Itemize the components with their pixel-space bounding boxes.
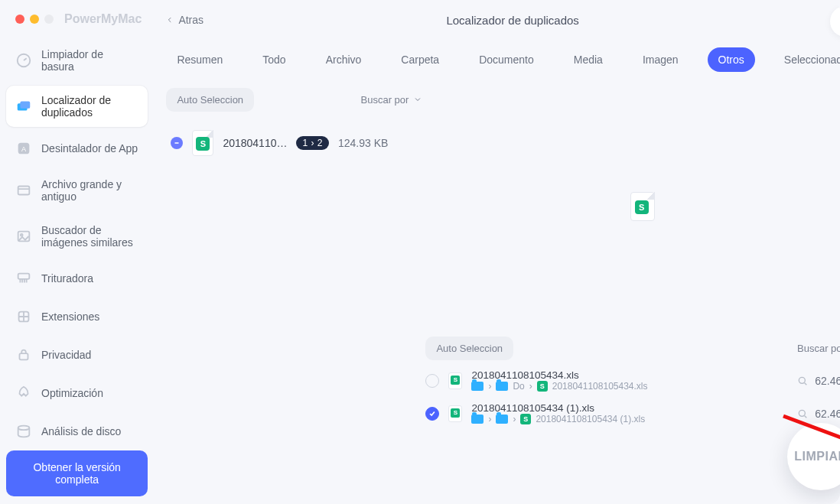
group-row[interactable]: S 201804110… 1 › 2 124.93 KB <box>166 116 422 170</box>
sidebar-item-app-uninstaller[interactable]: A Desintalador de App <box>6 132 148 165</box>
archive-icon <box>15 182 32 199</box>
sidebar-nav: Limpiador de basura Localizador de dupli… <box>6 40 148 448</box>
sidebar-item-label: Extensiones <box>41 311 99 323</box>
topbar: Atras Localizador de duplicados ? <box>152 0 840 40</box>
xls-icon: S <box>520 414 531 424</box>
row-text: 2018041108105434 (1).xls › › S 201804110… <box>471 402 645 424</box>
svg-rect-10 <box>20 353 28 359</box>
tab-resumen[interactable]: Resumen <box>166 47 233 72</box>
svg-point-7 <box>21 234 23 236</box>
sidebar-item-extensions[interactable]: Extensiones <box>6 300 148 333</box>
image-icon <box>15 228 32 245</box>
tab-otros[interactable]: Otros <box>708 47 755 72</box>
file-size: 62.46 KB <box>815 408 840 420</box>
sidebar-item-label: Análisis de disco <box>41 425 121 437</box>
folder-icon <box>496 382 508 391</box>
sidebar-cta: Obtener la versión completa <box>6 450 148 496</box>
groups-toolbar: Auto Seleccion Buscar por <box>166 83 422 116</box>
sidebar-item-disk-analysis[interactable]: Análisis de disco <box>6 415 148 448</box>
titlebar: PowerMyMac <box>6 6 148 40</box>
minimize-icon[interactable] <box>30 15 39 24</box>
file-size: 62.46 KB <box>815 375 840 387</box>
svg-rect-8 <box>18 274 30 279</box>
svg-rect-5 <box>18 187 30 195</box>
chevron-down-icon <box>413 95 422 104</box>
folder-icon <box>471 415 483 424</box>
sort-by-label: Buscar por <box>361 94 409 106</box>
tab-archivo[interactable]: Archivo <box>315 47 373 72</box>
shredder-icon <box>15 270 32 287</box>
close-icon[interactable] <box>15 15 24 24</box>
zoom-icon[interactable] <box>44 15 54 24</box>
puzzle-icon <box>15 308 32 325</box>
sidebar: PowerMyMac Limpiador de basura Localizad… <box>0 0 152 504</box>
folder-stack-icon <box>15 98 32 115</box>
sidebar-item-optimization[interactable]: Optimización <box>6 376 148 410</box>
check-icon <box>428 410 436 418</box>
page-title: Localizador de duplicados <box>152 14 840 27</box>
help-button[interactable]: ? <box>830 6 840 37</box>
sidebar-item-large-old[interactable]: Archivo grande y antiguo <box>6 170 148 211</box>
back-button[interactable]: Atras <box>166 14 203 26</box>
disk-icon <box>15 423 32 440</box>
app-title: PowerMyMac <box>64 12 142 26</box>
count-badge: 1 › 2 <box>296 136 329 150</box>
partial-select-icon[interactable] <box>171 137 183 149</box>
sidebar-item-label: Limpiador de basura <box>41 48 138 73</box>
sidebar-item-duplicate-finder[interactable]: Localizador de duplicados <box>6 86 148 127</box>
search-icon[interactable] <box>796 375 809 387</box>
tab-todo[interactable]: Todo <box>252 47 296 72</box>
tab-imagen[interactable]: Imagen <box>632 47 689 72</box>
xls-icon: S <box>537 381 548 392</box>
sort-by-dropdown[interactable]: Buscar por <box>361 94 423 106</box>
row-checkbox[interactable] <box>425 374 439 388</box>
content: Auto Seleccion Buscar por S 201804110… 1… <box>152 83 840 504</box>
tab-media[interactable]: Media <box>563 47 614 72</box>
svg-rect-2 <box>20 102 30 109</box>
list-item[interactable]: S 2018041108105434.xls › Do › S 20180411… <box>425 369 840 392</box>
folder-icon <box>471 382 483 391</box>
row-text: 2018041108105434.xls › Do › S 2018041108… <box>471 369 647 392</box>
tab-carpeta[interactable]: Carpeta <box>390 47 450 72</box>
sidebar-item-label: Buscador de imágenes similares <box>41 224 138 249</box>
auto-select-button[interactable]: Auto Seleccion <box>425 337 513 360</box>
row-checkbox[interactable] <box>425 407 439 421</box>
details-toolbar: Auto Seleccion Buscar por <box>422 331 840 365</box>
gauge-icon <box>15 52 32 69</box>
sidebar-item-junk-cleaner[interactable]: Limpiador de basura <box>6 40 148 81</box>
groups-column: Auto Seleccion Buscar por S 201804110… 1… <box>158 83 422 498</box>
sort-by-label: Buscar por <box>797 343 840 354</box>
window-controls[interactable] <box>15 15 54 24</box>
sidebar-item-label: Privacidad <box>41 349 91 361</box>
list-item[interactable]: S 2018041108105434 (1).xls › › S 2018041… <box>425 402 840 424</box>
spreadsheet-file-icon: S <box>448 405 462 422</box>
group-size: 124.93 KB <box>338 137 388 149</box>
spreadsheet-file-icon: S <box>448 372 462 389</box>
sidebar-item-label: Trituradora <box>41 272 93 285</box>
main: Atras Localizador de duplicados ? Resume… <box>152 0 840 504</box>
spreadsheet-file-icon: S <box>630 192 655 221</box>
sidebar-item-label: Optimización <box>41 387 103 399</box>
tab-seleccionado[interactable]: Seleccionado <box>773 47 840 72</box>
folder-icon <box>496 415 508 424</box>
sort-by-dropdown[interactable]: Buscar por <box>797 343 840 354</box>
path-segment: 2018041108105434 (1).xls <box>536 414 645 424</box>
path-segment: Do <box>513 381 524 392</box>
filter-tabs: Resumen Todo Archivo Carpeta Documento M… <box>152 40 840 83</box>
search-icon[interactable] <box>796 408 809 420</box>
svg-point-12 <box>799 377 806 383</box>
sidebar-item-label: Desintalador de App <box>41 142 138 154</box>
back-label: Atras <box>178 14 203 26</box>
svg-point-11 <box>18 426 30 431</box>
chevron-left-icon <box>166 16 174 24</box>
sidebar-item-privacy[interactable]: Privacidad <box>6 338 148 372</box>
svg-point-13 <box>799 410 806 416</box>
auto-select-button[interactable]: Auto Seleccion <box>166 88 254 112</box>
file-path: › › S 2018041108105434 (1).xls <box>471 414 645 424</box>
get-full-version-button[interactable]: Obtener la versión completa <box>6 450 148 496</box>
tab-documento[interactable]: Documento <box>468 47 545 72</box>
sidebar-item-similar-images[interactable]: Buscador de imágenes similares <box>6 216 148 257</box>
row-meta: 62.46 KB <box>796 408 840 420</box>
sidebar-item-shredder[interactable]: Trituradora <box>6 262 148 295</box>
group-name: 201804110… <box>223 137 287 149</box>
